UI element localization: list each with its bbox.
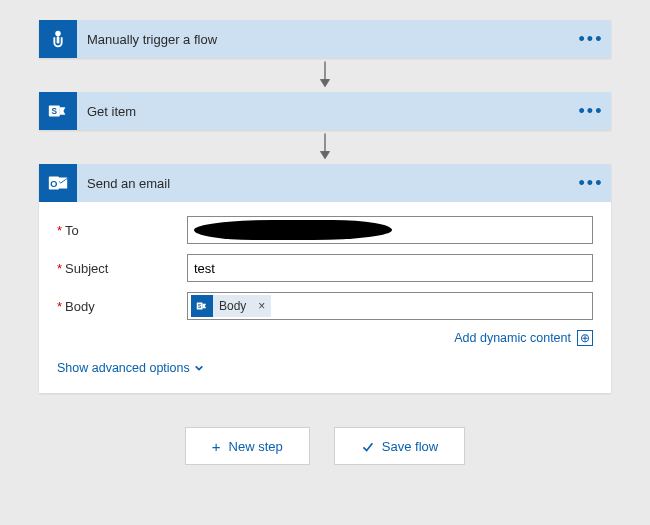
token-label: Body xyxy=(213,299,252,313)
add-dynamic-content-link[interactable]: Add dynamic content ⊕ xyxy=(57,330,593,346)
dynamic-content-icon: ⊕ xyxy=(577,330,593,346)
email-card: O Send an email ••• *To *Subject *Body S xyxy=(39,164,611,393)
subject-label: *Subject xyxy=(57,261,187,276)
getitem-title: Get item xyxy=(77,104,571,119)
email-menu-button[interactable]: ••• xyxy=(571,173,611,194)
svg-rect-1 xyxy=(57,36,60,43)
to-label: *To xyxy=(57,223,187,238)
new-step-button[interactable]: + New step xyxy=(185,427,310,465)
sharepoint-icon: S xyxy=(39,92,77,130)
connector-arrow-2 xyxy=(316,130,334,164)
save-flow-button[interactable]: Save flow xyxy=(334,427,465,465)
body-field[interactable]: S Body × xyxy=(187,292,593,320)
show-advanced-options-link[interactable]: Show advanced options xyxy=(57,361,204,375)
footer-buttons: + New step Save flow xyxy=(185,427,465,465)
token-remove-button[interactable]: × xyxy=(252,299,271,313)
connector-arrow-1 xyxy=(316,58,334,92)
subject-row: *Subject xyxy=(57,254,593,282)
svg-text:S: S xyxy=(198,304,201,309)
getitem-menu-button[interactable]: ••• xyxy=(571,101,611,122)
trigger-header[interactable]: Manually trigger a flow ••• xyxy=(39,20,611,58)
body-row: *Body S Body × xyxy=(57,292,593,320)
plus-icon: + xyxy=(212,438,221,455)
getitem-card[interactable]: S Get item ••• xyxy=(39,92,611,130)
subject-field[interactable] xyxy=(187,254,593,282)
body-token: S Body × xyxy=(191,295,271,317)
check-icon xyxy=(361,440,374,453)
body-label: *Body xyxy=(57,299,187,314)
svg-point-0 xyxy=(55,31,61,37)
trigger-menu-button[interactable]: ••• xyxy=(571,29,611,50)
trigger-title: Manually trigger a flow xyxy=(77,32,571,47)
email-title: Send an email xyxy=(77,176,571,191)
to-row: *To xyxy=(57,216,593,244)
trigger-icon xyxy=(39,20,77,58)
token-sharepoint-icon: S xyxy=(191,295,213,317)
chevron-down-icon xyxy=(194,363,204,373)
svg-marker-7 xyxy=(321,152,330,159)
outlook-icon: O xyxy=(39,164,77,202)
svg-text:S: S xyxy=(52,107,58,116)
getitem-header[interactable]: S Get item ••• xyxy=(39,92,611,130)
email-header[interactable]: O Send an email ••• xyxy=(39,164,611,202)
to-field[interactable] xyxy=(187,216,593,244)
svg-text:O: O xyxy=(50,179,57,189)
trigger-card[interactable]: Manually trigger a flow ••• xyxy=(39,20,611,58)
svg-marker-3 xyxy=(321,80,330,87)
email-form: *To *Subject *Body S Body × xyxy=(39,202,611,393)
flow-canvas: Manually trigger a flow ••• S Get item •… xyxy=(0,0,650,465)
